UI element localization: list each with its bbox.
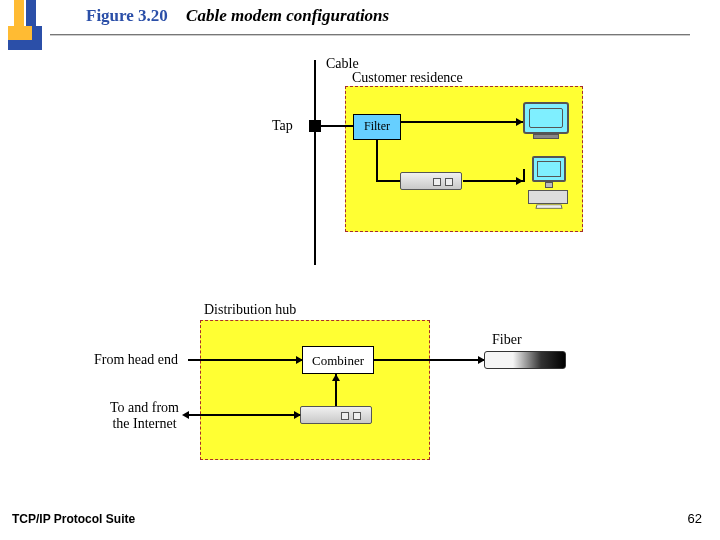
wire: [374, 359, 484, 361]
wire: [401, 121, 523, 123]
filter-label: Filter: [354, 119, 400, 134]
wire: [188, 359, 302, 361]
wire: [188, 414, 300, 416]
cmts-icon: [300, 406, 372, 424]
page-number: 62: [688, 511, 702, 526]
figure-title: Figure 3.20 Cable modem configurations: [86, 6, 389, 26]
arrow-icon: [294, 411, 301, 419]
arrow-icon: [182, 411, 189, 419]
label-hub: Distribution hub: [204, 302, 296, 318]
label-residence: Customer residence: [352, 70, 463, 86]
wire: [523, 169, 525, 182]
figure-number: Figure 3.20: [86, 6, 168, 25]
combiner-box: Combiner: [302, 346, 374, 374]
hub-box: [200, 320, 430, 460]
slide-deco-icon: [8, 0, 42, 52]
pc-icon: [528, 156, 574, 210]
label-head-end: From head end: [94, 352, 178, 368]
combiner-label: Combiner: [303, 353, 373, 369]
figure-caption: Cable modem configurations: [186, 6, 389, 25]
arrow-icon: [516, 118, 523, 126]
fiber-node-icon: [484, 351, 566, 369]
wire: [463, 180, 523, 182]
tv-icon: [523, 102, 569, 140]
diagram-customer-residence: Cable Customer residence Tap Video Data …: [260, 60, 590, 240]
arrow-icon: [516, 177, 523, 185]
wire: [376, 140, 378, 182]
wire: [376, 180, 400, 182]
label-fiber: Fiber: [492, 332, 522, 348]
cable-modem-icon: [400, 172, 462, 190]
diagram-distribution-hub: Distribution hub From head end To and fr…: [100, 290, 600, 470]
filter-box: Filter: [353, 114, 401, 140]
wire: [320, 125, 353, 127]
cable-line: [314, 60, 316, 265]
footer-text: TCP/IP Protocol Suite: [12, 512, 135, 526]
label-internet: To and from the Internet: [110, 400, 179, 432]
slide-root: Figure 3.20 Cable modem configurations C…: [0, 0, 720, 540]
arrow-icon: [332, 374, 340, 381]
title-underline: [50, 34, 690, 36]
arrow-icon: [296, 356, 303, 364]
label-tap: Tap: [272, 118, 293, 134]
